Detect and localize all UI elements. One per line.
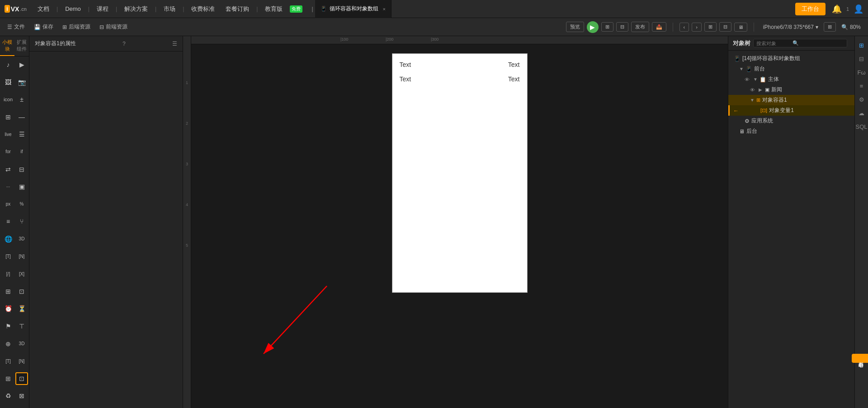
icon-atom[interactable]: ⊕	[2, 338, 14, 350]
active-tab[interactable]: 📱 循环容器和对象数组 ×	[315, 0, 392, 18]
icon-hourglass[interactable]: ⏳	[15, 302, 28, 315]
props-menu-icon[interactable]: ☰	[172, 41, 177, 47]
layout3-btn[interactable]: 🖥	[734, 23, 747, 32]
icon-dots3[interactable]: ···	[2, 180, 14, 193]
run-btn[interactable]: ▶	[587, 21, 599, 33]
icon-music[interactable]: ♪	[2, 58, 14, 71]
preview-btn[interactable]: 预览	[566, 22, 584, 32]
icon-T-bracket[interactable]: [T]	[2, 250, 14, 263]
icon-X-bracket[interactable]: [X]	[15, 267, 28, 280]
tree-node-obj-container1[interactable]: ▼ ⊞ 对象容器1	[728, 95, 854, 105]
far-right-btn-3[interactable]: Fω	[856, 67, 867, 78]
icon-slash-bracket[interactable]: [/]	[2, 267, 14, 280]
icon-table[interactable]: ⊟	[15, 163, 28, 176]
tree-node-root[interactable]: 📱 [14]循环容器和对象数组	[728, 53, 854, 64]
grid-btn[interactable]: ⊞	[601, 22, 613, 32]
far-right-btn-1[interactable]: ⊞	[856, 40, 867, 51]
icon-N-bracket[interactable]: [N]	[15, 250, 28, 263]
toolbar-save[interactable]: 💾 保存	[31, 23, 56, 31]
tab-small-module[interactable]: 小模块	[0, 36, 14, 56]
tab-extend[interactable]: 扩展组件	[14, 36, 29, 56]
search-box[interactable]: 🔍	[753, 39, 847, 47]
icon-3d[interactable]: 3D	[15, 233, 28, 245]
far-right-btn-4[interactable]: ≡	[856, 80, 867, 91]
file-icon: ☰	[7, 24, 12, 30]
toolbar-backend[interactable]: ⊞ 后端资源	[60, 23, 93, 31]
props-help[interactable]: ?	[123, 41, 126, 47]
icon-branch[interactable]: ⑂	[15, 215, 28, 228]
toolbar-file[interactable]: ☰ 文件	[5, 23, 28, 31]
nav-solution[interactable]: 解决方案	[120, 5, 152, 13]
zoom-selector[interactable]: 🔍 80%	[839, 24, 863, 30]
icon-grid-col[interactable]: ⊞	[2, 285, 14, 298]
publish-btn[interactable]: 发布	[631, 22, 649, 32]
nav-pricing[interactable]: 收费标准	[187, 5, 219, 13]
icon-clock[interactable]: ⏰	[2, 302, 14, 315]
avatar[interactable]: 👤	[854, 4, 863, 14]
tree-node-main[interactable]: 👁 ▼ 📋 主体	[728, 74, 854, 84]
icon-plus-minus[interactable]: ±	[15, 93, 28, 106]
nav-demo[interactable]: Demo	[61, 5, 85, 12]
nav-edu[interactable]: 教育版	[260, 5, 287, 13]
toolbar-frontend[interactable]: ⊟ 前端资源	[97, 23, 130, 31]
icon-recycle[interactable]: ♻	[2, 389, 14, 402]
layout2-btn[interactable]: ⊟	[719, 22, 731, 32]
icon-image[interactable]: 🖼	[2, 76, 14, 89]
icon-3d-box[interactable]: 3D	[15, 338, 28, 350]
icon-grid4[interactable]: ⊞	[2, 111, 14, 123]
icon-grid-row[interactable]: ⊡	[15, 285, 28, 298]
icon-list-indent[interactable]: ≡	[2, 215, 14, 228]
prev-btn[interactable]: ‹	[679, 23, 689, 32]
icon-live[interactable]: live	[2, 128, 14, 141]
tree-node-app-sys[interactable]: ⚙ 应用系统	[728, 116, 854, 126]
icon-obj-array-highlighted[interactable]: ⊡	[15, 372, 28, 385]
nav-market[interactable]: 市场	[159, 5, 180, 13]
icon-video[interactable]: ▶	[15, 58, 28, 71]
icon-line[interactable]: —	[15, 111, 28, 123]
icon-unknown1[interactable]: ☰	[15, 128, 28, 141]
icon-icon-sym[interactable]: icon	[2, 93, 14, 106]
icon-if[interactable]: if	[15, 145, 28, 158]
tree-node-news[interactable]: 👁 ▶ ▣ 新闻	[728, 84, 854, 95]
nav-docs[interactable]: 文档	[33, 5, 54, 13]
icon-globe[interactable]: 🌐	[2, 233, 14, 245]
next-btn[interactable]: ›	[692, 23, 702, 32]
tree-node-frontend[interactable]: ▼ 📱 前台	[728, 64, 854, 74]
tree-node-obj-var1[interactable]: ← [⊡] 对象变量1	[728, 105, 854, 116]
far-right-btn-6[interactable]: ☁	[856, 108, 867, 118]
nav-packages[interactable]: 套餐订购	[221, 5, 254, 13]
icon-col-group[interactable]: ⊞	[2, 372, 14, 385]
icon-hierarchy[interactable]: ⊤	[15, 320, 28, 333]
icon-camera[interactable]: 📷	[15, 76, 28, 89]
tree-icon-main: 📋	[760, 76, 766, 83]
icon-switch[interactable]: ⇄	[2, 163, 14, 176]
eye-icon-news[interactable]: 👁	[750, 87, 755, 93]
layout1-btn[interactable]: ⊞	[704, 22, 717, 32]
icon-px[interactable]: px	[2, 198, 14, 211]
icon-percent[interactable]: %	[15, 198, 28, 211]
send-btn[interactable]: 📤	[652, 22, 666, 32]
logo[interactable]: i VX .cn	[5, 5, 27, 13]
icon-phone-frame[interactable]: ▣	[15, 180, 28, 193]
zoom-icon: 🔍	[841, 24, 848, 30]
arrow-annotation	[236, 281, 349, 372]
canvas-content[interactable]: Text Text Text Text	[191, 44, 728, 408]
far-right-btn-7[interactable]: SQL	[856, 121, 867, 132]
icon-flag[interactable]: ⚑	[2, 320, 14, 333]
icon-excel[interactable]: ⊠	[15, 389, 28, 402]
notification-icon[interactable]: 🔔	[832, 4, 842, 14]
search-input[interactable]	[756, 41, 793, 46]
expand-btn[interactable]: ⊞	[824, 22, 836, 32]
eye-icon-main[interactable]: 👁	[745, 77, 750, 82]
icon-for[interactable]: for	[2, 145, 14, 158]
tree-node-backend[interactable]: 🖥 后台	[728, 126, 854, 136]
device-selector[interactable]: iPhone6/7/8 375*667 ▾	[760, 24, 821, 30]
icon-N-text[interactable]: [N]	[15, 355, 28, 367]
config-btn[interactable]: ⊟	[616, 22, 628, 32]
far-right-btn-2[interactable]: ⊟	[856, 53, 867, 64]
help-center-sidebar[interactable]: 帮助中心	[852, 354, 868, 363]
icon-T-text[interactable]: [T]	[2, 355, 14, 367]
workspace-button[interactable]: 工作台	[795, 3, 826, 15]
nav-course[interactable]: 课程	[92, 5, 113, 13]
far-right-btn-5[interactable]: ⚙	[856, 94, 867, 105]
